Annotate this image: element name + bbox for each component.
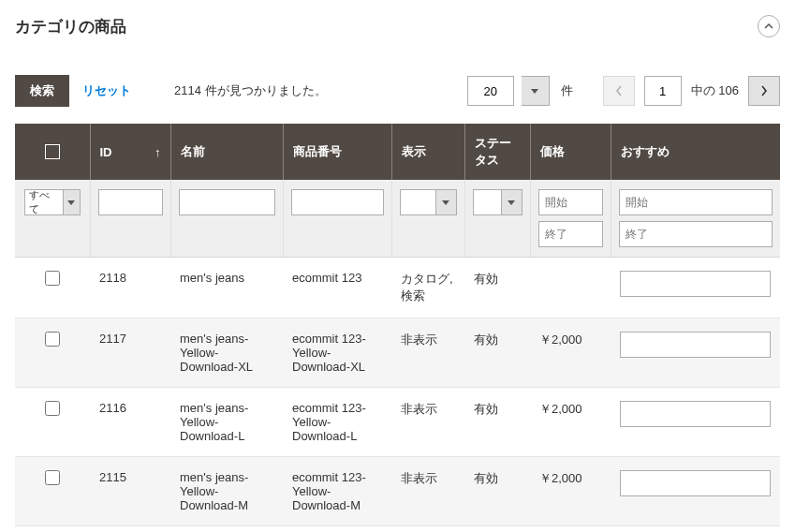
filter-visibility-select[interactable] [400, 189, 457, 215]
col-sku[interactable]: 商品番号 [283, 124, 391, 180]
pagesize-dropdown[interactable] [522, 76, 550, 106]
cell-name: men's jeans-Yellow-Download-L [170, 388, 283, 457]
cell-sku: ecommit 123 [283, 258, 391, 318]
records-found-label: 2114 件が見つかりました。 [174, 82, 327, 99]
row-checkbox[interactable] [45, 401, 60, 416]
cell-id: 2118 [90, 258, 170, 318]
position-input[interactable] [620, 401, 771, 427]
collapse-button[interactable] [758, 15, 780, 37]
cell-name: men's jeans-Yellow-Download-XL [170, 318, 283, 388]
sort-asc-icon: ↑ [155, 145, 161, 159]
cell-visibility: 非表示 [391, 457, 464, 526]
col-name[interactable]: 名前 [170, 124, 283, 180]
filter-name-input[interactable] [179, 189, 275, 215]
cell-price: ￥2,000 [530, 457, 611, 526]
cell-price: ￥2,000 [530, 318, 611, 388]
chevron-down-icon [67, 200, 75, 205]
chevron-right-icon [760, 85, 768, 96]
filter-price-to-input[interactable] [538, 221, 603, 247]
cell-price [530, 258, 611, 318]
filter-status-select[interactable] [473, 189, 523, 215]
cell-price: ￥2,000 [530, 388, 611, 457]
row-checkbox[interactable] [45, 470, 60, 485]
prev-page-button[interactable] [603, 76, 635, 106]
chevron-down-icon [442, 200, 449, 205]
chevron-up-icon [764, 22, 773, 31]
pagesize-unit-label: 件 [561, 82, 573, 99]
cell-status: 有効 [464, 258, 530, 318]
cell-visibility: 非表示 [391, 388, 464, 457]
cell-id: 2115 [90, 457, 170, 526]
chevron-down-icon [508, 200, 515, 205]
cell-id: 2116 [90, 388, 170, 457]
cell-visibility: 非表示 [391, 318, 464, 388]
reset-link[interactable]: リセット [82, 82, 131, 99]
filter-position-from-input[interactable] [619, 189, 773, 215]
filter-id-input[interactable] [98, 189, 163, 215]
col-position[interactable]: おすすめ [611, 124, 780, 180]
filter-checkbox-select[interactable]: すべて [24, 189, 81, 215]
col-checkbox[interactable] [15, 124, 90, 180]
cell-sku: ecommit 123-Yellow-Download-L [283, 388, 391, 457]
pagesize-input[interactable] [467, 76, 514, 106]
col-visibility[interactable]: 表示 [391, 124, 464, 180]
chevron-left-icon [615, 85, 623, 96]
products-table: ID↑ 名前 商品番号 表示 ステータス 価格 おすすめ すべて [15, 124, 780, 526]
table-row[interactable]: 2116men's jeans-Yellow-Download-Lecommit… [15, 388, 780, 457]
filter-sku-input[interactable] [291, 189, 384, 215]
filter-price-from-input[interactable] [538, 189, 603, 215]
position-input[interactable] [620, 470, 771, 496]
page-of-label: 中の 106 [691, 82, 739, 99]
page-input[interactable] [644, 76, 682, 106]
position-input[interactable] [620, 332, 771, 358]
filter-position-to-input[interactable] [619, 221, 773, 247]
col-status[interactable]: ステータス [464, 124, 530, 180]
cell-name: men's jeans-Yellow-Download-M [170, 457, 283, 526]
cell-sku: ecommit 123-Yellow-Download-XL [283, 318, 391, 388]
cell-id: 2117 [90, 318, 170, 388]
table-row[interactable]: 2115men's jeans-Yellow-Download-Mecommit… [15, 457, 780, 526]
next-page-button[interactable] [748, 76, 780, 106]
position-input[interactable] [620, 271, 771, 297]
select-all-checkbox[interactable] [45, 144, 60, 159]
row-checkbox[interactable] [45, 271, 60, 286]
col-price[interactable]: 価格 [530, 124, 611, 180]
table-row[interactable]: 2117men's jeans-Yellow-Download-XLecommi… [15, 318, 780, 388]
search-button[interactable]: 検索 [15, 75, 69, 107]
row-checkbox[interactable] [45, 332, 60, 347]
cell-name: men's jeans [170, 258, 283, 318]
cell-status: 有効 [464, 318, 530, 388]
cell-visibility: カタログ, 検索 [391, 258, 464, 318]
cell-sku: ecommit 123-Yellow-Download-M [283, 457, 391, 526]
table-row[interactable]: 2118men's jeansecommit 123カタログ, 検索有効 [15, 258, 780, 318]
cell-status: 有効 [464, 457, 530, 526]
chevron-down-icon [531, 89, 538, 94]
col-id[interactable]: ID↑ [90, 124, 170, 180]
cell-status: 有効 [464, 388, 530, 457]
section-title: カテゴリの商品 [15, 16, 126, 37]
